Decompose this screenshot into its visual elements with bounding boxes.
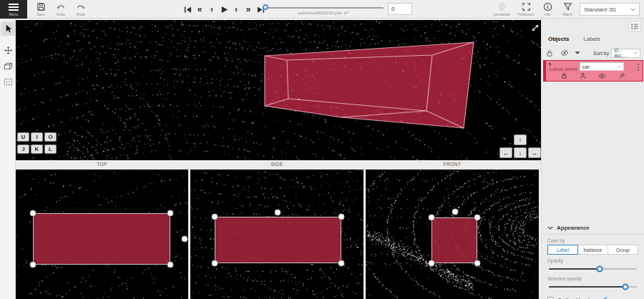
arrow-up-key[interactable]: ↑ [514, 134, 527, 145]
chevron-down-icon [617, 65, 621, 68]
opacity-slider-knob[interactable] [597, 266, 603, 273]
expand-rows-button[interactable] [575, 51, 589, 55]
filters-button[interactable]: Filters [558, 1, 577, 18]
object-shape-type: CUBOID SHAPE [549, 67, 577, 72]
cuboid-icon [4, 62, 13, 70]
top-view-panel[interactable] [16, 170, 188, 299]
next-frame-button[interactable]: › [232, 4, 240, 14]
eye-off-icon [560, 49, 569, 57]
front-view-panel[interactable] [366, 170, 539, 299]
outlined-borders-row: Outlined borders [547, 296, 638, 299]
expand-view-icon[interactable] [531, 24, 540, 32]
panel-options-button[interactable] [628, 21, 641, 31]
tab-objects[interactable]: Objects [546, 34, 571, 44]
side-view-panel[interactable] [190, 170, 364, 299]
rotate-handle[interactable] [452, 209, 459, 215]
resize-handle[interactable] [338, 260, 345, 267]
cuboid-annotation-front-view[interactable] [431, 217, 477, 263]
resize-handle[interactable] [212, 260, 218, 267]
lock-all-button[interactable] [546, 49, 560, 57]
hotkey-l[interactable]: L [44, 144, 57, 154]
arrow-down-key[interactable]: ↓ [514, 147, 527, 158]
lock-object-button[interactable] [561, 72, 567, 79]
resize-handle[interactable] [30, 210, 36, 217]
resize-handle[interactable] [474, 215, 481, 221]
hamburger-icon [9, 4, 19, 11]
fullscreen-button[interactable]: Fullscreen [515, 1, 537, 18]
pin-object-button[interactable] [618, 72, 625, 79]
sort-dropdown[interactable]: ID - asc... [611, 49, 640, 58]
selected-opacity-slider[interactable] [549, 283, 637, 290]
main-3d-viewport[interactable]: U I O J K L ↑ ← ↓ → [16, 20, 541, 160]
skip-start-button[interactable] [183, 4, 192, 14]
fast-forward-button[interactable]: » [244, 4, 253, 14]
menu-button-label: Menu [9, 12, 19, 16]
resize-handle[interactable] [429, 260, 435, 267]
lock-icon [561, 72, 567, 79]
cuboid-annotation-side-view[interactable] [215, 217, 341, 263]
menu-button[interactable]: Menu [0, 0, 27, 19]
visibility-all-button[interactable] [560, 49, 575, 57]
resize-handle[interactable] [212, 214, 218, 220]
side-view-label: SIDE [190, 162, 364, 167]
hotkey-o[interactable]: O [44, 132, 57, 142]
rotate-handle[interactable] [275, 210, 281, 216]
resize-handle[interactable] [167, 210, 174, 217]
hotkey-k[interactable]: K [31, 144, 43, 154]
color-by-label: Color by [547, 238, 638, 243]
fullscreen-icon [522, 2, 531, 11]
hotkey-u[interactable]: U [17, 132, 29, 142]
objects-toolbar: Sort by ID - asc... [546, 47, 640, 59]
save-button[interactable]: Save [31, 1, 50, 18]
fast-backward-button[interactable]: « [195, 4, 204, 14]
outlined-borders-checkbox[interactable] [547, 297, 554, 299]
main-3d-canvas[interactable] [16, 20, 541, 160]
arrow-right-key[interactable]: → [528, 147, 541, 158]
object-row-menu-button[interactable] [637, 63, 640, 72]
tab-labels[interactable]: Labels [581, 34, 602, 44]
objects-panel: Objects Labels Sort by ID - asc... 5 CUB… [541, 19, 644, 299]
play-button[interactable] [220, 4, 228, 14]
move-tool-button[interactable] [1, 43, 15, 57]
assign-object-button[interactable] [580, 72, 586, 79]
appearance-header[interactable]: Appearance [542, 222, 644, 235]
view-mode-dropdown[interactable]: Standard 3D [580, 3, 640, 16]
hotkey-j[interactable]: J [17, 144, 29, 154]
eye-icon [598, 73, 606, 79]
filter-icon [563, 2, 572, 11]
cuboid-tool-button[interactable] [1, 59, 15, 73]
marquee-select-tool-button[interactable] [1, 74, 15, 89]
undo-button[interactable]: Undo [52, 1, 70, 18]
ai-status-button[interactable]: not started [491, 1, 512, 18]
link-icon[interactable] [343, 10, 348, 16]
resize-handle[interactable] [474, 260, 481, 267]
edit-pencil-icon[interactable] [600, 296, 608, 299]
color-by-group-option[interactable]: Group [608, 245, 638, 255]
timeline-slider[interactable] [263, 7, 384, 9]
hotkey-i[interactable]: I [31, 132, 43, 142]
sort-by-label: Sort by [593, 51, 609, 56]
selected-opacity-slider-knob[interactable] [623, 284, 629, 290]
redo-button[interactable]: Redo [72, 1, 90, 18]
category-dropdown[interactable]: car [580, 62, 624, 71]
rotate-handle[interactable] [182, 236, 188, 242]
resize-handle[interactable] [167, 262, 174, 268]
object-row-selected[interactable]: 5 CUBOID SHAPE car [543, 60, 643, 82]
category-value: car [582, 64, 590, 69]
resize-handle[interactable] [30, 262, 36, 268]
opacity-label: Opacity [547, 258, 638, 263]
timeline-slider-thumb[interactable] [263, 4, 268, 10]
cuboid-annotation-top-view[interactable] [33, 213, 170, 265]
hide-object-button[interactable] [598, 72, 606, 79]
arrow-left-key[interactable]: ← [499, 147, 512, 158]
color-by-instance-option[interactable]: Instance [577, 245, 608, 255]
lock-icon [546, 49, 553, 57]
color-by-label-option[interactable]: Label [547, 245, 578, 255]
resize-handle[interactable] [338, 214, 345, 220]
info-button[interactable]: Info [538, 1, 557, 18]
previous-frame-button[interactable]: ‹ [208, 4, 216, 14]
frame-number-input[interactable] [388, 3, 412, 15]
opacity-slider[interactable] [549, 265, 637, 273]
resize-handle[interactable] [429, 215, 435, 221]
pointer-tool-button[interactable] [1, 21, 15, 36]
